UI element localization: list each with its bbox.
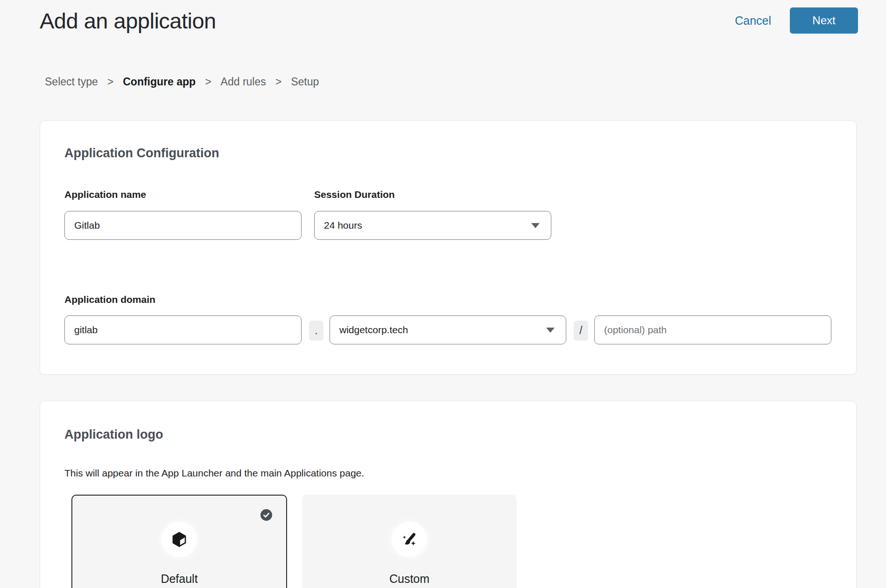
step-separator: > <box>275 76 281 88</box>
domain-select-value: widgetcorp.tech <box>339 324 408 336</box>
step-select-type[interactable]: Select type <box>45 76 98 88</box>
session-duration-label: Session Duration <box>314 189 395 200</box>
subdomain-input[interactable] <box>64 315 302 344</box>
cancel-button[interactable]: Cancel <box>735 14 771 28</box>
logo-option-custom[interactable]: Custom <box>302 495 517 588</box>
step-separator: > <box>205 76 211 88</box>
slash-separator: / <box>574 321 588 341</box>
application-domain-label: Application domain <box>64 294 155 305</box>
logo-icon-circle <box>392 522 427 557</box>
application-configuration-card: Application Configuration Application na… <box>40 120 857 375</box>
step-separator: > <box>107 76 113 88</box>
config-card-heading: Application Configuration <box>64 146 219 161</box>
logo-icon-circle <box>162 522 197 557</box>
step-setup[interactable]: Setup <box>291 76 319 88</box>
paintbrush-icon <box>400 530 419 549</box>
domain-select[interactable]: widgetcorp.tech <box>330 315 566 344</box>
wizard-steps: Select type > Configure app > Add rules … <box>45 76 319 88</box>
session-duration-value: 24 hours <box>324 220 362 231</box>
step-configure-app[interactable]: Configure app <box>123 76 196 88</box>
add-application-page: Add an application Cancel Next Select ty… <box>0 0 886 588</box>
application-logo-card: Application logo This will appear in the… <box>40 401 857 588</box>
path-input[interactable] <box>594 315 831 344</box>
logo-option-label: Default <box>72 572 286 586</box>
logo-card-description: This will appear in the App Launcher and… <box>64 468 364 479</box>
dot-separator: . <box>309 321 323 341</box>
selected-check-icon <box>260 509 272 521</box>
page-title: Add an application <box>40 8 216 34</box>
logo-card-heading: Application logo <box>64 427 163 442</box>
cube-icon <box>170 530 189 549</box>
chevron-down-icon <box>546 328 555 333</box>
chevron-down-icon <box>531 223 540 228</box>
application-name-input[interactable] <box>64 211 302 240</box>
next-button[interactable]: Next <box>790 7 858 34</box>
logo-option-default[interactable]: Default <box>71 495 287 588</box>
step-add-rules[interactable]: Add rules <box>221 76 266 88</box>
header-actions: Cancel Next <box>735 7 858 34</box>
page-header: Add an application Cancel Next <box>40 0 858 41</box>
logo-option-label: Custom <box>303 572 516 586</box>
session-duration-select[interactable]: 24 hours <box>314 211 551 240</box>
application-name-label: Application name <box>64 189 146 200</box>
